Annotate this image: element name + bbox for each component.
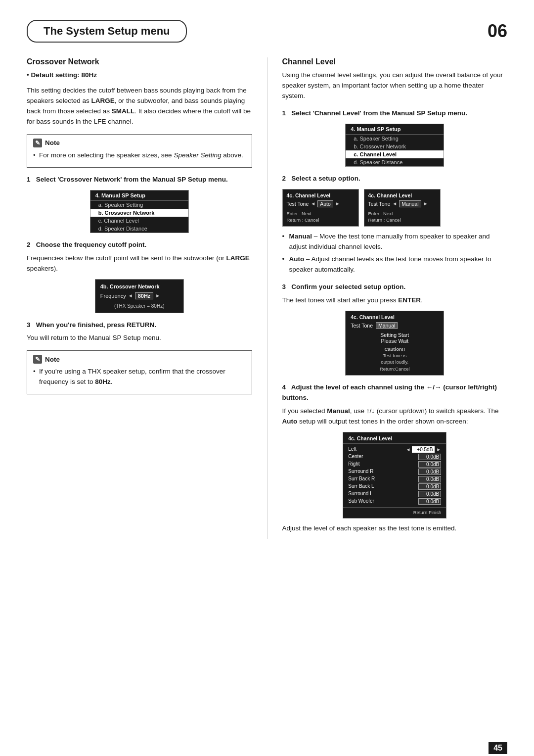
clt-name-center: Center — [348, 454, 363, 460]
note-header-2: ✎ Note — [33, 355, 246, 364]
title-box: The System Setup menu — [27, 20, 187, 43]
clt-box-surrback-l: 0.0dB — [418, 483, 441, 490]
note-list-2: If you're using a THX speaker setup, con… — [33, 367, 246, 387]
ch-manual-title: 4c. Channel Level — [368, 192, 436, 198]
clt-title: 4c. Channel Level — [343, 435, 446, 444]
freq-left-arrow: ◄ — [128, 293, 133, 298]
step2-left-heading: 2 Choose the frequency cutoff point. — [27, 240, 252, 250]
note-box-1: ✎ Note For more on selecting the speaker… — [27, 134, 252, 168]
chapter-number: 06 — [488, 22, 507, 40]
clt-name-surr-l: Surround L — [348, 491, 372, 497]
default-value: 80Hz — [82, 71, 97, 79]
clt-val-surrback-l: 0.0dB — [418, 483, 441, 490]
note-list-1: For more on selecting the speaker sizes,… — [33, 150, 246, 160]
channel-manual-box: 4c. Channel Level Test Tone ◄ Manual ► E… — [364, 189, 441, 227]
page-wrapper: The System Setup menu 06 Crossover Netwo… — [0, 20, 534, 756]
ch-manual-footer: Enter : NextReturn : Cancel — [368, 210, 436, 224]
clt-box-surr-r: 0.0dB — [418, 469, 441, 475]
step1-right-heading: 1 Select 'Channel Level' from the Manual… — [282, 108, 508, 119]
ch-manual-right-arr: ► — [423, 201, 428, 206]
sps-title-right: 4. Manual SP Setup — [346, 124, 444, 135]
content-columns: Crossover Network • Default setting: 80H… — [27, 57, 507, 539]
clt-val-surrback-r: 0.0dB — [418, 476, 441, 482]
ch-manual-value: Manual — [399, 200, 421, 207]
note-item-2: If you're using a THX speaker setup, con… — [33, 367, 246, 387]
page-number: 45 — [489, 742, 507, 754]
clt-box-surrback-r: 0.0dB — [418, 476, 441, 482]
manual-caution-box: 4c. Channel Level Test Tone Manual Setti… — [345, 311, 444, 376]
mb-tone-row: Test Tone Manual — [351, 322, 439, 329]
clt-box-left: +0.5dB — [412, 446, 435, 453]
clt-val-surr-r: 0.0dB — [418, 469, 441, 475]
step3-left-body: You will return to the Manual SP Setup m… — [27, 333, 252, 343]
ch-auto-title: 4c. Channel Level — [287, 192, 355, 198]
sp-setup-screenshot-left: 4. Manual SP Setup a. Speaker Setting b.… — [90, 190, 189, 233]
sps-item-rc: c. Channel Level — [346, 150, 444, 158]
freq-right-arrow: ► — [155, 293, 160, 298]
ch-manual-left-arr: ◄ — [392, 201, 397, 206]
clt-row-left: Left ◄ +0.5dB ► — [343, 446, 446, 453]
note-label-2: Note — [45, 356, 60, 363]
ch-manual-row: Test Tone ◄ Manual ► — [368, 200, 436, 207]
option-auto-bullet: Auto – Adjust channel levels as the test… — [282, 254, 508, 275]
col-left: Crossover Network • Default setting: 80H… — [27, 57, 267, 539]
crossover-network-title: Crossover Network — [27, 57, 252, 66]
freq-note: (THX Speaker = 80Hz) — [100, 303, 178, 309]
option-bullets: Manual – Move the test tone manually fro… — [282, 232, 508, 275]
ch-auto-row: Test Tone ◄ Auto ► — [287, 200, 355, 207]
clt-row-surr-r: Surround R 0.0dB — [343, 468, 446, 475]
ch-auto-footer: Enter : NextReturn : Cancel — [287, 210, 355, 224]
clt-row-surrback-l: Surr Back L 0.0dB — [343, 483, 446, 490]
sps-item-1d: d. Speaker Distance — [90, 225, 188, 233]
step3-right-body: The test tones will start after you pres… — [282, 295, 508, 306]
clt-name-sub: Sub Woofer — [348, 498, 374, 505]
freq-title: 4b. Crossover Network — [100, 284, 178, 289]
freq-row: Frequency ◄ 80Hz ► — [100, 292, 178, 299]
freq-value: 80Hz — [135, 292, 154, 299]
clt-footer: Return:Finish — [343, 507, 446, 515]
clt-box-right: 0.0dB — [418, 461, 441, 468]
channel-level-title: Channel Level — [282, 57, 508, 66]
sps-item-rd: d. Speaker Distance — [346, 158, 444, 166]
step3-right-heading: 3 Confirm your selected setup option. — [282, 282, 508, 292]
sps-item-ra: a. Speaker Setting — [346, 135, 444, 142]
note-item-1: For more on selecting the speaker sizes,… — [33, 150, 246, 160]
ch-auto-value: Auto — [317, 200, 333, 207]
mb-tone-label: Test Tone — [351, 323, 373, 329]
page-header: The System Setup menu 06 — [27, 20, 507, 43]
sps-item-rb: b. Crossover Network — [346, 142, 444, 150]
note-icon-2: ✎ — [33, 355, 42, 364]
mb-caution: Caution!! Test tone is output loudly. Re… — [351, 346, 439, 372]
step4-right-body: If you selected Manual, use ↑/↓ (cursor … — [282, 406, 508, 427]
ch-auto-left-arr: ◄ — [311, 201, 315, 206]
clt-val-center: 0.0dB — [418, 454, 441, 460]
ch-auto-tone-label: Test Tone — [287, 201, 309, 207]
clt-name-surr-r: Surround R — [348, 469, 373, 475]
note-header-1: ✎ Note — [33, 139, 246, 147]
clt-box-center: 0.0dB — [418, 454, 441, 460]
sps-item-1b: b. Crossover Network — [90, 209, 188, 217]
channel-options-row: 4c. Channel Level Test Tone ◄ Auto ► Ent… — [282, 189, 508, 227]
step1-left-heading: 1 Select 'Crossover Network' from the Ma… — [27, 175, 252, 185]
freq-label: Frequency — [100, 293, 126, 299]
default-label: Default setting: — [31, 71, 79, 79]
clt-box-sub: 0.0dB — [418, 498, 441, 505]
clt-val-right: 0.0dB — [418, 461, 441, 468]
channel-auto-box: 4c. Channel Level Test Tone ◄ Auto ► Ent… — [282, 189, 359, 227]
channel-body1: Using the channel level settings, you ca… — [282, 70, 508, 101]
clt-name-surrback-r: Surr Back R — [348, 476, 375, 482]
clt-name-left: Left — [348, 446, 356, 453]
default-setting: • Default setting: 80Hz — [27, 70, 252, 81]
note-icon-1: ✎ — [33, 139, 42, 147]
sps-item-1c: c. Channel Level — [90, 217, 188, 225]
col-right: Channel Level Using the channel level se… — [267, 57, 508, 539]
sps-title-left: 4. Manual SP Setup — [90, 190, 188, 201]
page-footer: 45 En — [489, 742, 507, 756]
clt-row-center: Center 0.0dB — [343, 453, 446, 461]
clt-val-left: ◄ +0.5dB ► — [405, 446, 441, 453]
clt-name-right: Right — [348, 461, 359, 468]
freq-screenshot: 4b. Crossover Network Frequency ◄ 80Hz ►… — [95, 279, 184, 313]
step2-left-body: Frequencies below the cutoff point will … — [27, 253, 252, 274]
sp-setup-screenshot-right: 4. Manual SP Setup a. Speaker Setting b.… — [345, 124, 444, 167]
ch-auto-right-arr: ► — [335, 201, 340, 206]
